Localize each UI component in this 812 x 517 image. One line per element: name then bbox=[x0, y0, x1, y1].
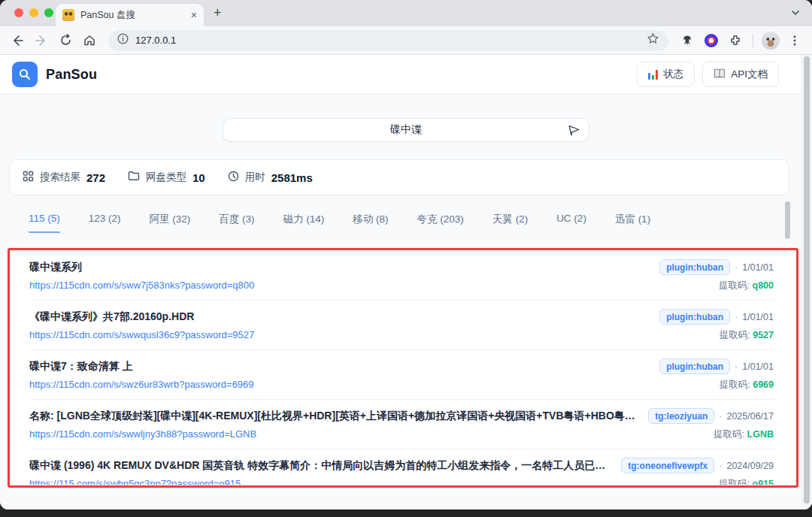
result-row[interactable]: 名称: [LGNB全球顶级封装][碟中谍][4K-REMUX][杜比视界+HDR… bbox=[29, 400, 774, 449]
result-link[interactable]: https://115cdn.com/s/sww7j583nks?passwor… bbox=[29, 280, 710, 291]
source-badge: plugin:huban bbox=[659, 358, 730, 374]
source-badge: plugin:huban bbox=[659, 259, 730, 275]
results-scrollbar-thumb[interactable] bbox=[785, 201, 790, 239]
search-value: 碟中谍 bbox=[390, 123, 422, 137]
stats-bar: 搜索结果 272 网盘类型 10 用时 2581ms bbox=[9, 159, 789, 195]
brand-title: PanSou bbox=[46, 67, 97, 83]
extensions-puzzle-icon[interactable] bbox=[726, 31, 745, 50]
result-title: 名称: [LGNB全球顶级封装][碟中谍][4K-REMUX][杜比视界+HDR… bbox=[29, 410, 639, 423]
result-link[interactable]: https://115.com/s/swhn5qc3np7?password=o… bbox=[29, 478, 710, 485]
result-date: 2025/06/17 bbox=[726, 411, 774, 422]
bookmark-star-icon[interactable] bbox=[647, 32, 659, 48]
tab-close-icon[interactable]: × bbox=[191, 10, 197, 20]
new-tab-button[interactable]: + bbox=[214, 5, 222, 20]
url-text[interactable]: 127.0.0.1 bbox=[135, 35, 176, 46]
toolbar-divider bbox=[753, 34, 753, 47]
bar-chart-icon bbox=[648, 69, 658, 80]
result-link[interactable]: https://115cdn.com/s/swz6ur83wrb?passwor… bbox=[29, 379, 710, 390]
pansou-page: PanSou 状态 API文档 碟中谍 bbox=[0, 55, 812, 509]
results-count: 272 bbox=[86, 171, 105, 184]
provider-tabs: 115 (5) 123 (2) 阿里 (32) 百度 (3) 磁力 (14) 移… bbox=[29, 213, 812, 233]
tab-title: PanSou 盘搜 bbox=[80, 9, 185, 22]
extract-code: 6969 bbox=[753, 379, 774, 390]
result-title: 碟中谍7：致命清算 上 bbox=[29, 360, 650, 373]
status-button[interactable]: 状态 bbox=[637, 62, 695, 87]
time-value: 2581ms bbox=[271, 171, 313, 184]
browser-tab[interactable]: PanSou 盘搜 × bbox=[56, 4, 204, 26]
browser-toolbar: 127.0.0.1 bbox=[0, 26, 812, 55]
page-scrollbar-thumb[interactable] bbox=[804, 56, 810, 503]
result-row[interactable]: 碟中谍系列 plugin:huban · 1/01/01 https://115… bbox=[29, 251, 774, 301]
home-icon[interactable] bbox=[80, 31, 99, 50]
result-row[interactable]: 碟中谍 (1996) 4K REMUX DV&HDR 国英音轨 特效字幕简介：中… bbox=[29, 449, 774, 485]
extract-code: LGNB bbox=[747, 429, 774, 440]
book-icon bbox=[714, 68, 726, 81]
result-date: 1/01/01 bbox=[742, 262, 774, 273]
tab-115[interactable]: 115 (5) bbox=[29, 213, 60, 233]
reload-icon[interactable] bbox=[56, 31, 75, 50]
minimize-window-button[interactable] bbox=[29, 8, 38, 17]
site-header: PanSou 状态 API文档 bbox=[0, 55, 812, 95]
folder-icon bbox=[128, 171, 140, 184]
tab-mobile[interactable]: 移动 (8) bbox=[353, 213, 388, 233]
extract-code: q800 bbox=[753, 280, 774, 291]
tab-quark[interactable]: 夸克 (203) bbox=[417, 213, 464, 233]
back-icon[interactable] bbox=[8, 31, 27, 50]
result-link[interactable]: https://115cdn.com/s/swwljny3h88?passwor… bbox=[29, 428, 704, 440]
result-title: 《碟中谍系列》共7部.20160p.HDR bbox=[29, 310, 650, 324]
window-controls bbox=[14, 8, 53, 17]
close-window-button[interactable] bbox=[14, 8, 23, 17]
tab-uc[interactable]: UC (2) bbox=[556, 213, 586, 233]
forward-icon[interactable] bbox=[32, 31, 51, 50]
stat-time: 用时 2581ms bbox=[228, 171, 313, 185]
extension-blue-icon[interactable] bbox=[701, 31, 721, 50]
source-badge: plugin:huban bbox=[659, 309, 730, 325]
source-badge: tg:leoziyuan bbox=[648, 408, 714, 424]
results-list: 碟中谍系列 plugin:huban · 1/01/01 https://115… bbox=[10, 250, 796, 485]
clock-icon bbox=[228, 171, 239, 185]
result-title: 碟中谍系列 bbox=[29, 261, 650, 274]
grid-icon bbox=[23, 171, 34, 185]
tab-baidu[interactable]: 百度 (3) bbox=[219, 213, 254, 233]
result-row[interactable]: 《碟中谍系列》共7部.20160p.HDR plugin:huban · 1/0… bbox=[29, 301, 774, 350]
tab-xunlei[interactable]: 迅雷 (1) bbox=[615, 213, 650, 233]
tab-search-chevron-icon[interactable] bbox=[789, 7, 801, 19]
send-icon[interactable] bbox=[568, 124, 580, 139]
tab-magnet[interactable]: 磁力 (14) bbox=[283, 213, 325, 233]
site-info-icon[interactable] bbox=[117, 33, 129, 47]
result-row[interactable]: 碟中谍7：致命清算 上 plugin:huban · 1/01/01 https… bbox=[29, 350, 774, 400]
tab-aliyun[interactable]: 阿里 (32) bbox=[150, 213, 191, 233]
stat-results: 搜索结果 272 bbox=[23, 171, 105, 185]
extract-code: o915 bbox=[753, 479, 774, 485]
result-date: 2024/09/29 bbox=[726, 461, 774, 471]
profile-avatar-icon[interactable] bbox=[761, 31, 780, 50]
zoom-window-button[interactable] bbox=[44, 8, 53, 17]
address-bar[interactable]: 127.0.0.1 bbox=[108, 30, 668, 51]
favicon-icon bbox=[62, 9, 74, 21]
result-title: 碟中谍 (1996) 4K REMUX DV&HDR 国英音轨 特效字幕简介：中… bbox=[29, 459, 612, 473]
types-count: 10 bbox=[192, 171, 205, 184]
extension-icon[interactable] bbox=[677, 31, 697, 50]
page-scrollbar[interactable] bbox=[801, 55, 812, 509]
search-input[interactable]: 碟中谍 bbox=[223, 118, 589, 142]
pansou-logo-icon[interactable] bbox=[12, 62, 38, 87]
browser-tab-strip: PanSou 盘搜 × + bbox=[0, 0, 812, 26]
tab-tianyi[interactable]: 天翼 (2) bbox=[492, 213, 528, 233]
tab-123[interactable]: 123 (2) bbox=[89, 213, 121, 233]
result-link[interactable]: https://115cdn.com/s/swwqusl36c9?passwor… bbox=[29, 329, 710, 340]
menu-dots-icon[interactable] bbox=[785, 31, 804, 50]
source-badge: tg:oneonefivewpfx bbox=[621, 458, 714, 473]
extract-code: 9527 bbox=[753, 330, 774, 340]
browser-window: PanSou 盘搜 × + 127.0.0.1 bbox=[0, 0, 812, 509]
result-date: 1/01/01 bbox=[742, 361, 774, 372]
result-date: 1/01/01 bbox=[742, 312, 774, 322]
api-docs-button[interactable]: API文档 bbox=[702, 62, 779, 87]
stat-types: 网盘类型 10 bbox=[128, 171, 205, 184]
